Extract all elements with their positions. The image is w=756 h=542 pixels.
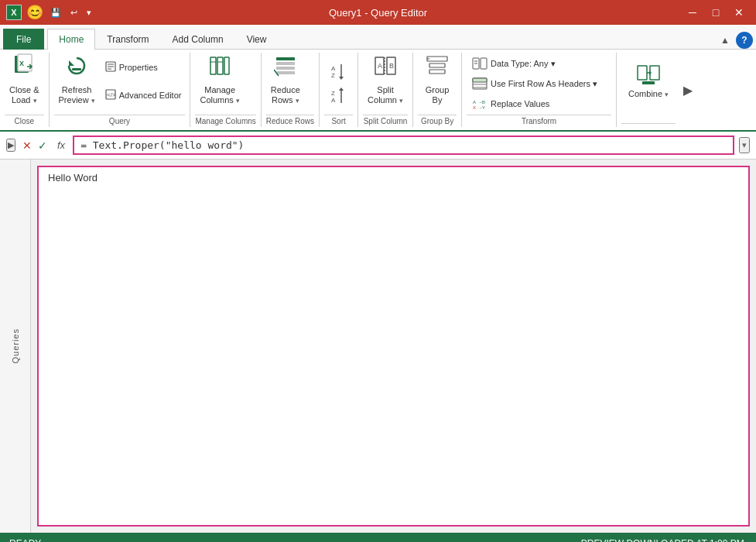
svg-marker-29 [339, 87, 344, 91]
svg-rect-36 [429, 63, 445, 67]
quick-dropdown-btn[interactable]: ▾ [84, 6, 94, 19]
split-column-icon: A B [374, 54, 397, 84]
sort-group-label: Sort [324, 115, 353, 125]
query-group-content: RefreshPreview ▾ Properties [54, 54, 186, 113]
formula-controls: ✕ ✓ [20, 139, 50, 152]
restore-button[interactable]: □ [705, 3, 727, 22]
combine-content: Combine ▾ [621, 54, 676, 122]
properties-button[interactable]: Properties [101, 59, 186, 77]
formula-input[interactable] [73, 136, 734, 155]
group-by-button[interactable]: GroupBy [418, 54, 457, 108]
reduce-rows-label: ReduceRows ▾ [271, 85, 300, 105]
svg-rect-44 [473, 78, 487, 82]
manage-columns-label: ManageColumns ▾ [200, 85, 239, 105]
svg-rect-12 [210, 57, 216, 74]
main-area: Queries Hello Word [0, 160, 756, 533]
data-type-button[interactable]: Data Type: Any ▾ [467, 54, 611, 73]
refresh-preview-label: RefreshPreview ▾ [59, 85, 95, 105]
close-load-label: Close &Load ▾ [9, 85, 39, 105]
advanced-editor-label: Advanced Editor [119, 91, 182, 100]
minimize-button[interactable]: ─ [682, 3, 703, 22]
sort-az-button[interactable]: A Z [327, 60, 351, 82]
replace-values-button[interactable]: A → B X → Y Replace Values [467, 94, 611, 113]
svg-text:Y: Y [482, 105, 485, 110]
svg-text:</>: </> [107, 91, 116, 98]
tab-add-column[interactable]: Add Column [161, 29, 235, 50]
group-by-icon [426, 54, 449, 84]
group-by-group-label: Group By [418, 115, 457, 125]
formula-bar-expand-button[interactable]: ▶ [6, 139, 15, 152]
manage-columns-group-label: Manage Columns [195, 115, 255, 125]
svg-text:A: A [473, 100, 476, 105]
combine-group-label [621, 123, 676, 125]
manage-columns-content: ManageColumns ▾ [195, 54, 255, 113]
group-by-label: GroupBy [426, 85, 450, 105]
ribbon-more: ▶ [680, 53, 696, 127]
combine-label: Combine ▾ [628, 89, 669, 99]
tab-file[interactable]: File [3, 29, 44, 50]
transform-group-label: Transform [467, 115, 611, 125]
formula-dropdown-button[interactable]: ▾ [739, 137, 750, 153]
formula-cancel-button[interactable]: ✕ [20, 139, 34, 152]
reduce-rows-group-label: Reduce Rows [266, 115, 314, 125]
ribbon-group-transform: Data Type: Any ▾ Use First Row As Header… [462, 53, 617, 127]
close-group-label: Close [5, 115, 44, 125]
ribbon: X Close &Load ▾ Close RefreshPrevi [0, 50, 756, 132]
group-by-content: GroupBy [418, 54, 457, 113]
svg-text:A: A [331, 97, 336, 104]
svg-rect-5 [72, 68, 81, 70]
split-column-group-label: Split Column [363, 115, 408, 125]
window-title: Query1 - Query Editor [329, 7, 427, 19]
quick-undo-btn[interactable]: ↩ [68, 6, 80, 19]
formula-confirm-button[interactable]: ✓ [36, 139, 50, 152]
queries-sidebar[interactable]: Queries [0, 160, 31, 533]
svg-marker-25 [339, 77, 344, 80]
replace-values-icon: A → B X → Y [472, 98, 487, 110]
split-column-button[interactable]: A B SplitColumn ▾ [363, 54, 408, 108]
use-first-row-button[interactable]: Use First Row As Headers ▾ [467, 74, 611, 93]
properties-label: Properties [119, 63, 158, 72]
advanced-editor-button[interactable]: </> Advanced Editor [101, 87, 186, 105]
close-load-button[interactable]: X Close &Load ▾ [5, 54, 44, 108]
sort-content: A Z Z A [324, 54, 353, 113]
svg-marker-4 [69, 60, 74, 66]
data-area: Hello Word [37, 166, 750, 527]
combine-button[interactable]: Combine ▾ [621, 54, 676, 108]
tab-view[interactable]: View [235, 29, 279, 50]
sort-za-button[interactable]: Z A [327, 85, 351, 107]
quick-save-btn[interactable]: 💾 [48, 6, 63, 19]
ribbon-more-button[interactable]: ▶ [682, 81, 694, 99]
status-bar: READY PREVIEW DOWNLOADED AT 1:00 PM. [0, 533, 756, 542]
split-column-content: A B SplitColumn ▾ [363, 54, 408, 113]
svg-text:X: X [19, 60, 24, 67]
close-button[interactable]: ✕ [728, 3, 750, 22]
manage-columns-button[interactable]: ManageColumns ▾ [195, 54, 244, 108]
ribbon-group-combine: Combine ▾ [617, 53, 680, 127]
help-btn[interactable]: ? [736, 32, 753, 49]
query-stack: Properties </> Advanced Editor [101, 54, 186, 108]
tab-transform[interactable]: Transform [95, 29, 160, 50]
title-bar-left: X 😊 💾 ↩ ▾ [6, 4, 94, 21]
title-bar: X 😊 💾 ↩ ▾ Query1 - Query Editor ─ □ ✕ [0, 0, 756, 25]
close-group-content: X Close &Load ▾ [5, 54, 44, 113]
close-load-icon: X [12, 53, 36, 84]
ribbon-nav: ▲ ? [716, 32, 753, 49]
status-preview: PREVIEW DOWNLOADED AT 1:00 PM. [581, 538, 747, 542]
svg-rect-18 [276, 62, 295, 65]
svg-text:A: A [331, 65, 336, 72]
svg-text:A: A [378, 62, 382, 70]
smiley-icon: 😊 [26, 4, 43, 21]
tab-home[interactable]: Home [47, 29, 95, 50]
combine-icon [636, 63, 661, 89]
svg-rect-13 [217, 57, 223, 74]
ribbon-up-btn[interactable]: ▲ [716, 33, 734, 47]
data-type-icon [472, 57, 487, 70]
svg-rect-35 [427, 57, 447, 61]
formula-bar: ▶ ✕ ✓ fx ▾ [0, 132, 756, 160]
window-controls: ─ □ ✕ [682, 3, 750, 22]
svg-rect-40 [481, 58, 487, 69]
reduce-rows-button[interactable]: ReduceRows ▾ [266, 54, 305, 108]
refresh-preview-button[interactable]: RefreshPreview ▾ [54, 54, 100, 108]
svg-text:X: X [473, 105, 476, 110]
svg-rect-37 [429, 70, 445, 74]
